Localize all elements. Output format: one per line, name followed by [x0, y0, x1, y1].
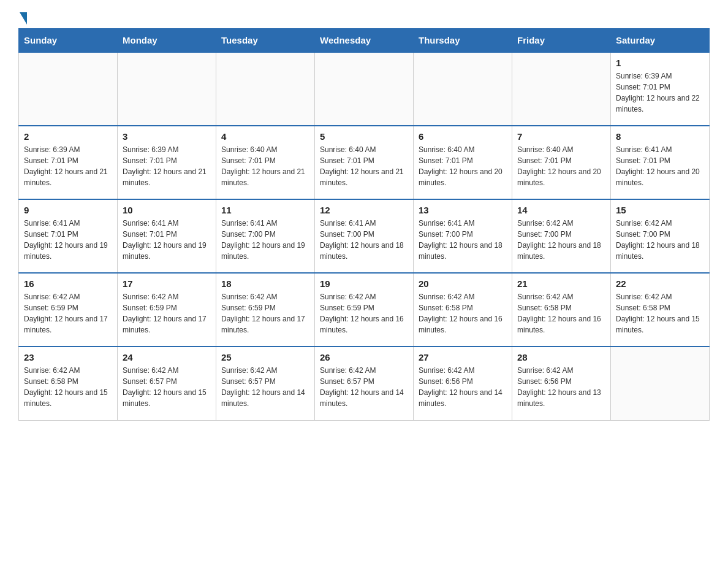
day-number: 9: [24, 205, 112, 215]
calendar-cell: 14Sunrise: 6:42 AMSunset: 7:00 PMDayligh…: [512, 199, 611, 273]
calendar-cell: 15Sunrise: 6:42 AMSunset: 7:00 PMDayligh…: [611, 199, 710, 273]
day-info: Sunrise: 6:39 AMSunset: 7:01 PMDaylight:…: [24, 144, 112, 188]
calendar-header-row: SundayMondayTuesdayWednesdayThursdayFrid…: [19, 29, 710, 53]
day-number: 22: [616, 278, 704, 289]
calendar-cell: 13Sunrise: 6:41 AMSunset: 7:00 PMDayligh…: [414, 199, 512, 273]
day-info: Sunrise: 6:42 AMSunset: 6:59 PMDaylight:…: [123, 291, 211, 335]
day-number: 7: [517, 131, 605, 142]
day-number: 20: [419, 278, 507, 289]
calendar-cell: 21Sunrise: 6:42 AMSunset: 6:58 PMDayligh…: [512, 273, 611, 347]
calendar-cell: 19Sunrise: 6:42 AMSunset: 6:59 PMDayligh…: [315, 273, 414, 347]
page-header: [18, 12, 710, 22]
calendar-table: SundayMondayTuesdayWednesdayThursdayFrid…: [18, 28, 710, 421]
week-row-3: 9Sunrise: 6:41 AMSunset: 7:01 PMDaylight…: [19, 199, 710, 273]
calendar-cell: 17Sunrise: 6:42 AMSunset: 6:59 PMDayligh…: [118, 273, 216, 347]
day-number: 13: [419, 205, 507, 215]
day-header-tuesday: Tuesday: [216, 29, 315, 53]
day-number: 17: [123, 278, 211, 289]
day-header-friday: Friday: [512, 29, 611, 53]
day-number: 23: [24, 352, 112, 362]
calendar-cell: 28Sunrise: 6:42 AMSunset: 6:56 PMDayligh…: [512, 347, 611, 420]
calendar-cell: 1Sunrise: 6:39 AMSunset: 7:01 PMDaylight…: [611, 52, 710, 126]
day-number: 2: [24, 131, 112, 142]
calendar-cell: 2Sunrise: 6:39 AMSunset: 7:01 PMDaylight…: [19, 126, 118, 199]
day-info: Sunrise: 6:42 AMSunset: 7:00 PMDaylight:…: [517, 218, 605, 262]
day-info: Sunrise: 6:42 AMSunset: 6:57 PMDaylight:…: [123, 365, 211, 409]
day-number: 4: [221, 131, 309, 142]
day-number: 8: [616, 131, 704, 142]
day-info: Sunrise: 6:39 AMSunset: 7:01 PMDaylight:…: [123, 144, 211, 188]
day-number: 28: [517, 352, 605, 362]
calendar-cell: 25Sunrise: 6:42 AMSunset: 6:57 PMDayligh…: [216, 347, 315, 420]
calendar-cell: [19, 52, 118, 126]
day-info: Sunrise: 6:41 AMSunset: 7:00 PMDaylight:…: [419, 218, 507, 262]
calendar-cell: 9Sunrise: 6:41 AMSunset: 7:01 PMDaylight…: [19, 199, 118, 273]
calendar-cell: 24Sunrise: 6:42 AMSunset: 6:57 PMDayligh…: [118, 347, 216, 420]
calendar-cell: [512, 52, 611, 126]
day-info: Sunrise: 6:40 AMSunset: 7:01 PMDaylight:…: [320, 144, 408, 188]
logo-triangle-icon: [20, 12, 27, 25]
logo: [18, 12, 27, 22]
day-info: Sunrise: 6:42 AMSunset: 6:59 PMDaylight:…: [320, 291, 408, 335]
calendar-cell: 20Sunrise: 6:42 AMSunset: 6:58 PMDayligh…: [414, 273, 512, 347]
day-info: Sunrise: 6:42 AMSunset: 6:58 PMDaylight:…: [24, 365, 112, 409]
day-header-monday: Monday: [118, 29, 216, 53]
calendar-cell: 7Sunrise: 6:40 AMSunset: 7:01 PMDaylight…: [512, 126, 611, 199]
week-row-4: 16Sunrise: 6:42 AMSunset: 6:59 PMDayligh…: [19, 273, 710, 347]
day-number: 26: [320, 352, 408, 362]
day-number: 1: [616, 58, 704, 68]
calendar-cell: 10Sunrise: 6:41 AMSunset: 7:01 PMDayligh…: [118, 199, 216, 273]
day-info: Sunrise: 6:41 AMSunset: 7:00 PMDaylight:…: [320, 218, 408, 262]
day-number: 24: [123, 352, 211, 362]
day-number: 5: [320, 131, 408, 142]
day-number: 19: [320, 278, 408, 289]
day-info: Sunrise: 6:40 AMSunset: 7:01 PMDaylight:…: [517, 144, 605, 188]
calendar-cell: [315, 52, 414, 126]
calendar-cell: 12Sunrise: 6:41 AMSunset: 7:00 PMDayligh…: [315, 199, 414, 273]
day-info: Sunrise: 6:41 AMSunset: 7:01 PMDaylight:…: [616, 144, 704, 188]
calendar-cell: [611, 347, 710, 420]
day-info: Sunrise: 6:40 AMSunset: 7:01 PMDaylight:…: [419, 144, 507, 188]
calendar-cell: 27Sunrise: 6:42 AMSunset: 6:56 PMDayligh…: [414, 347, 512, 420]
day-info: Sunrise: 6:39 AMSunset: 7:01 PMDaylight:…: [616, 71, 704, 115]
calendar-cell: 23Sunrise: 6:42 AMSunset: 6:58 PMDayligh…: [19, 347, 118, 420]
day-info: Sunrise: 6:42 AMSunset: 6:58 PMDaylight:…: [616, 291, 704, 335]
day-info: Sunrise: 6:40 AMSunset: 7:01 PMDaylight:…: [221, 144, 309, 188]
calendar-cell: 22Sunrise: 6:42 AMSunset: 6:58 PMDayligh…: [611, 273, 710, 347]
day-header-sunday: Sunday: [19, 29, 118, 53]
day-header-saturday: Saturday: [611, 29, 710, 53]
day-info: Sunrise: 6:42 AMSunset: 6:58 PMDaylight:…: [517, 291, 605, 335]
calendar-cell: 4Sunrise: 6:40 AMSunset: 7:01 PMDaylight…: [216, 126, 315, 199]
calendar-cell: [216, 52, 315, 126]
day-header-thursday: Thursday: [414, 29, 512, 53]
day-info: Sunrise: 6:42 AMSunset: 6:59 PMDaylight:…: [221, 291, 309, 335]
day-number: 10: [123, 205, 211, 215]
calendar-cell: 6Sunrise: 6:40 AMSunset: 7:01 PMDaylight…: [414, 126, 512, 199]
day-number: 3: [123, 131, 211, 142]
day-info: Sunrise: 6:41 AMSunset: 7:01 PMDaylight:…: [24, 218, 112, 262]
day-header-wednesday: Wednesday: [315, 29, 414, 53]
calendar-cell: 5Sunrise: 6:40 AMSunset: 7:01 PMDaylight…: [315, 126, 414, 199]
calendar-cell: 26Sunrise: 6:42 AMSunset: 6:57 PMDayligh…: [315, 347, 414, 420]
day-number: 18: [221, 278, 309, 289]
day-number: 16: [24, 278, 112, 289]
day-number: 15: [616, 205, 704, 215]
day-info: Sunrise: 6:41 AMSunset: 7:01 PMDaylight:…: [123, 218, 211, 262]
calendar-cell: [118, 52, 216, 126]
day-number: 12: [320, 205, 408, 215]
day-info: Sunrise: 6:42 AMSunset: 6:58 PMDaylight:…: [419, 291, 507, 335]
day-number: 14: [517, 205, 605, 215]
week-row-5: 23Sunrise: 6:42 AMSunset: 6:58 PMDayligh…: [19, 347, 710, 420]
day-info: Sunrise: 6:41 AMSunset: 7:00 PMDaylight:…: [221, 218, 309, 262]
day-info: Sunrise: 6:42 AMSunset: 6:57 PMDaylight:…: [221, 365, 309, 409]
week-row-2: 2Sunrise: 6:39 AMSunset: 7:01 PMDaylight…: [19, 126, 710, 199]
day-info: Sunrise: 6:42 AMSunset: 6:57 PMDaylight:…: [320, 365, 408, 409]
day-info: Sunrise: 6:42 AMSunset: 6:56 PMDaylight:…: [517, 365, 605, 409]
calendar-cell: 11Sunrise: 6:41 AMSunset: 7:00 PMDayligh…: [216, 199, 315, 273]
calendar-cell: 8Sunrise: 6:41 AMSunset: 7:01 PMDaylight…: [611, 126, 710, 199]
calendar-cell: 3Sunrise: 6:39 AMSunset: 7:01 PMDaylight…: [118, 126, 216, 199]
day-number: 27: [419, 352, 507, 362]
calendar-cell: 16Sunrise: 6:42 AMSunset: 6:59 PMDayligh…: [19, 273, 118, 347]
day-number: 21: [517, 278, 605, 289]
day-number: 6: [419, 131, 507, 142]
